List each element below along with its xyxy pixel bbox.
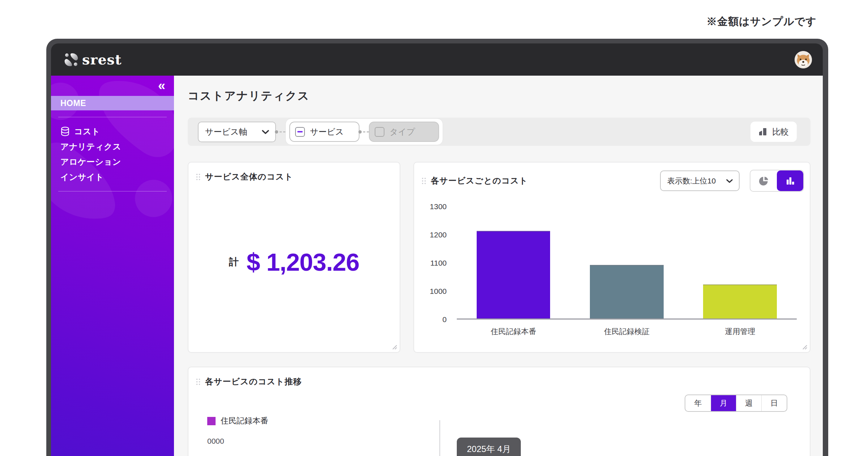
- type-chip-label: タイプ: [390, 126, 415, 138]
- total-cost-value: $ 1,203.26: [247, 248, 359, 276]
- trend-card-title: 各サービスのコスト推移: [205, 376, 302, 387]
- bar-3[interactable]: [703, 284, 777, 318]
- axis-select-value: サービス軸: [205, 126, 247, 138]
- cards-row: サービス全体のコスト 計 $ 1,203.26 各: [188, 162, 810, 353]
- services-bar-plot: 01000110012001300 住民記録本番住民記録検証運用管理: [424, 198, 799, 337]
- compare-button-label: 比較: [772, 126, 789, 138]
- sidebar-item-insight[interactable]: インサイト: [51, 169, 174, 185]
- axis-select[interactable]: サービス軸: [198, 122, 276, 142]
- chevron-down-icon: [726, 179, 733, 183]
- drag-handle-icon[interactable]: [196, 173, 201, 181]
- resize-handle[interactable]: [801, 344, 807, 350]
- brand-logo: srest: [63, 51, 122, 68]
- filter-bar: サービス軸 サービス タイプ: [188, 118, 810, 146]
- brand-name: srest: [82, 51, 122, 68]
- total-cost-value-block: 計 $ 1,203.26: [188, 182, 400, 342]
- main-content: コストアナリティクス サービス軸 サービス: [174, 76, 823, 456]
- service-chip-label: サービス: [310, 126, 344, 138]
- bar-1[interactable]: [477, 231, 550, 318]
- trend-legend-label: 住民記録本番: [221, 415, 268, 426]
- trend-y-tick-label: 0000: [207, 437, 224, 446]
- avatar-dog-image: [795, 51, 812, 68]
- period-toggle: 年 月 週 日: [685, 394, 787, 412]
- sidebar-collapse-button[interactable]: «: [158, 79, 165, 92]
- period-month-button[interactable]: 月: [711, 395, 736, 411]
- trend-legend: 住民記録本番: [207, 415, 268, 426]
- user-avatar[interactable]: [795, 51, 812, 68]
- trend-crosshair-line: [439, 420, 440, 456]
- service-dimension-chip[interactable]: サービス: [289, 122, 359, 142]
- connector-line: [276, 131, 285, 132]
- period-year-button[interactable]: 年: [685, 395, 711, 411]
- pie-chart-toggle[interactable]: [750, 170, 777, 191]
- pie-chart-icon: [758, 176, 769, 186]
- y-tick-label: 1300: [424, 202, 447, 211]
- x-tick-label: 住民記録検証: [570, 326, 683, 337]
- sidebar-item-label: アナリティクス: [60, 141, 121, 152]
- x-tick-label: 運用管理: [684, 326, 797, 337]
- sidebar-divider: [58, 117, 167, 117]
- trend-legend-swatch: [207, 417, 216, 425]
- app-window: srest « HOME: [46, 39, 828, 456]
- sidebar-item-label: アロケーション: [60, 156, 121, 168]
- services-cost-card: 各サービスごとのコスト 表示数:上位10: [413, 162, 810, 353]
- sidebar-item-cost[interactable]: コスト: [51, 124, 174, 139]
- x-tick-label: 住民記録本番: [457, 326, 570, 337]
- drag-handle-icon[interactable]: [196, 378, 201, 385]
- total-card-title: サービス全体のコスト: [205, 171, 293, 182]
- total-unit-label: 計: [229, 256, 239, 269]
- connector-line: [359, 131, 369, 132]
- trend-tooltip: 2025年 4月: [457, 438, 521, 456]
- period-week-button[interactable]: 週: [736, 395, 761, 411]
- page-title: コストアナリティクス: [188, 89, 810, 103]
- chart-type-toggle: [750, 170, 804, 192]
- y-tick-label: 0: [424, 315, 447, 324]
- compare-button[interactable]: 比較: [750, 122, 797, 142]
- y-tick-label: 1100: [424, 258, 447, 268]
- app-titlebar: srest: [51, 43, 823, 76]
- bar-chart-toggle[interactable]: [777, 170, 803, 191]
- y-tick-label: 1000: [424, 287, 447, 296]
- bar-chart-bars: [457, 198, 797, 320]
- bar-chart-icon: [785, 176, 796, 186]
- type-dimension-chip[interactable]: タイプ: [369, 122, 439, 142]
- services-card-title: 各サービスごとのコスト: [431, 175, 528, 186]
- dimension-chip-group: サービス タイプ: [285, 118, 443, 145]
- bar-2[interactable]: [590, 265, 664, 318]
- display-count-select[interactable]: 表示数:上位10: [660, 170, 740, 191]
- sidebar-divider: [58, 191, 167, 191]
- total-cost-card: サービス全体のコスト 計 $ 1,203.26: [188, 162, 400, 353]
- sidebar-item-allocation[interactable]: アロケーション: [51, 154, 174, 169]
- chevron-down-icon: [261, 130, 269, 134]
- compare-bars-icon: [758, 127, 768, 136]
- y-tick-label: 1200: [424, 230, 447, 240]
- sidebar-item-label: コスト: [74, 126, 100, 137]
- sidebar-item-home[interactable]: HOME: [51, 96, 174, 110]
- period-day-button[interactable]: 日: [761, 395, 787, 411]
- srest-logo-icon: [63, 52, 79, 68]
- sample-disclaimer: ※金額はサンプルです: [706, 14, 817, 29]
- cost-trend-card: 各サービスのコスト推移 年 月 週 日 住民記録本番 0000 2025年 4月: [188, 367, 810, 456]
- display-count-value: 表示数:上位10: [667, 176, 716, 186]
- type-checkbox[interactable]: [375, 127, 384, 137]
- resize-handle[interactable]: [391, 344, 397, 350]
- sidebar-item-analytics[interactable]: アナリティクス: [51, 139, 174, 154]
- service-checkbox[interactable]: [295, 127, 305, 137]
- database-icon: [60, 126, 70, 136]
- bar-chart-xlabels: 住民記録本番住民記録検証運用管理: [457, 326, 797, 337]
- sidebar: « HOME コスト アナリティクス アロケーション インサイト: [51, 76, 174, 456]
- drag-handle-icon[interactable]: [421, 177, 426, 185]
- sidebar-item-label: インサイト: [60, 172, 104, 183]
- app-body: « HOME コスト アナリティクス アロケーション インサイト: [51, 76, 823, 456]
